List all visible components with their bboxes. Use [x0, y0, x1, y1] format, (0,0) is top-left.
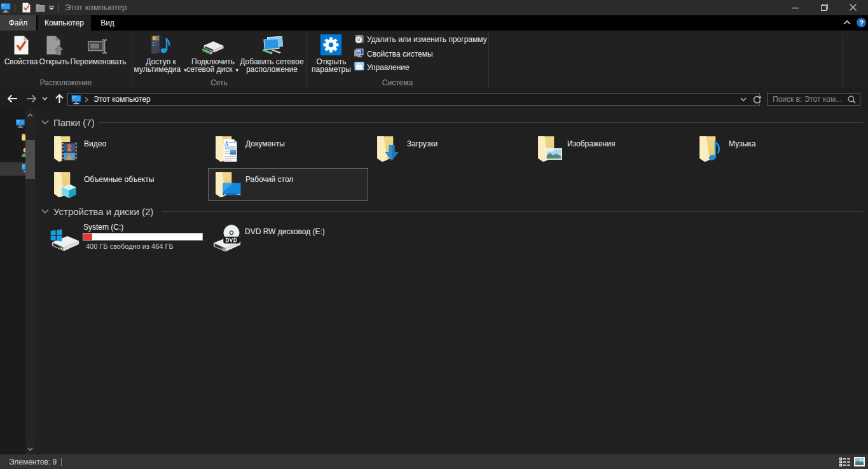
svg-text:A: A: [224, 141, 228, 147]
svg-text:?: ?: [859, 18, 864, 27]
